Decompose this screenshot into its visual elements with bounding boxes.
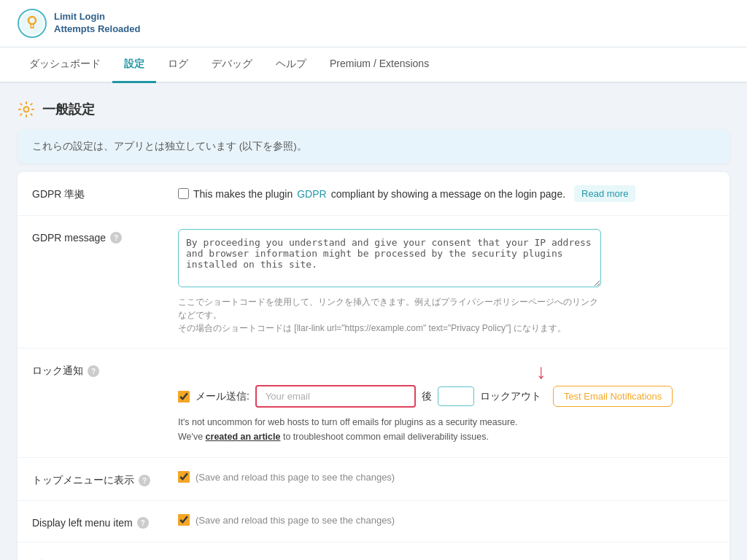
left-menu-control: (Save and reload this page to see the ch…: [178, 514, 715, 526]
nav-item-debug[interactable]: デバッグ: [200, 47, 264, 83]
lock-label: ロック通知 ?: [32, 362, 178, 378]
nav-item-premium[interactable]: Premium / Extensions: [318, 47, 441, 83]
nav-item-logs[interactable]: ログ: [156, 47, 200, 83]
top-menu-row: トップメニューに表示 ? (Save and reload this page …: [18, 458, 729, 501]
lock-hint-link[interactable]: created an article: [206, 432, 281, 442]
gdpr-hint: ここでショートコードを使用して、リンクを挿入できます。例えばプライバシーポリシー…: [178, 295, 601, 335]
left-menu-checkbox[interactable]: [178, 514, 190, 526]
section-header: 一般設定: [18, 101, 729, 118]
lock-control: ↓ メール送信: 後 3 ロックアウト Test Email Notificat…: [178, 362, 715, 444]
header: Limit Login Attempts Reloaded: [0, 0, 747, 47]
dashboard-widget-row: ダッシュボードウィジェットを非: [18, 542, 729, 560]
top-menu-label: トップメニューに表示 ?: [32, 471, 178, 487]
lockout-number-input[interactable]: 3: [438, 386, 474, 406]
gdpr-message-label: GDPR message ?: [32, 229, 178, 244]
lock-email-checkbox[interactable]: [178, 391, 190, 402]
section-title: 一般設定: [42, 101, 95, 118]
settings-card: GDPR 準拠 This makes the plugin GDPR compl…: [18, 172, 729, 560]
left-menu-label: Display left menu item ?: [32, 514, 178, 529]
nav-item-settings[interactable]: 設定: [112, 47, 156, 83]
top-menu-help-icon[interactable]: ?: [139, 475, 150, 486]
test-email-button[interactable]: Test Email Notifications: [553, 386, 673, 407]
lock-hint: It's not uncommon for web hosts to turn …: [178, 415, 587, 444]
gdpr-message-control: By proceeding you understand and give yo…: [178, 229, 715, 335]
logo-area: Limit Login Attempts Reloaded: [18, 9, 140, 38]
gear-icon: [18, 101, 35, 118]
gdpr-message-help-icon[interactable]: ?: [110, 232, 122, 244]
gdpr-row: GDPR 準拠 This makes the plugin GDPR compl…: [18, 172, 729, 216]
gdpr-checkbox-row: This makes the plugin GDPR compliant by …: [178, 185, 715, 202]
dashboard-widget-label: ダッシュボードウィジェットを非: [32, 556, 178, 560]
gdpr-label: GDPR 準拠: [32, 185, 178, 201]
info-banner: これらの設定は、アプリとは独立しています (以下を参照)。: [18, 130, 729, 163]
left-menu-help-icon[interactable]: ?: [137, 517, 149, 529]
nav-item-dashboard[interactable]: ダッシュボード: [18, 47, 112, 83]
gdpr-checkbox[interactable]: [178, 188, 189, 199]
page-wrapper: Limit Login Attempts Reloaded ダッシュボード 設定…: [0, 0, 747, 560]
logo-icon: [18, 9, 47, 38]
lock-notification-row: ロック通知 ? ↓ メール送信: 後 3 ロックアウト Test Email N…: [18, 349, 729, 458]
svg-rect-4: [31, 25, 33, 27]
down-arrow-annotation: ↓: [368, 362, 715, 382]
lock-help-icon[interactable]: ?: [88, 365, 99, 377]
svg-point-5: [24, 107, 29, 112]
nav-item-help[interactable]: ヘルプ: [264, 47, 318, 83]
gdpr-message-row: GDPR message ? By proceeding you underst…: [18, 216, 729, 349]
left-menu-row: Display left menu item ? (Save and reloa…: [18, 501, 729, 542]
logo-text: Limit Login Attempts Reloaded: [54, 11, 140, 36]
content: 一般設定 これらの設定は、アプリとは独立しています (以下を参照)。 GDPR …: [0, 83, 747, 560]
gdpr-control: This makes the plugin GDPR compliant by …: [178, 185, 715, 202]
top-menu-checkbox[interactable]: [178, 471, 190, 483]
gdpr-message-textarea[interactable]: By proceeding you understand and give yo…: [178, 229, 601, 287]
lock-email-input[interactable]: [255, 385, 416, 408]
lock-notification-inputs: メール送信: 後 3 ロックアウト Test Email Notificatio…: [178, 385, 715, 408]
gdpr-link[interactable]: GDPR: [297, 188, 326, 200]
read-more-button[interactable]: Read more: [574, 185, 635, 202]
nav: ダッシュボード 設定 ログ デバッグ ヘルプ Premium / Extensi…: [0, 47, 747, 83]
top-menu-control: (Save and reload this page to see the ch…: [178, 471, 715, 483]
